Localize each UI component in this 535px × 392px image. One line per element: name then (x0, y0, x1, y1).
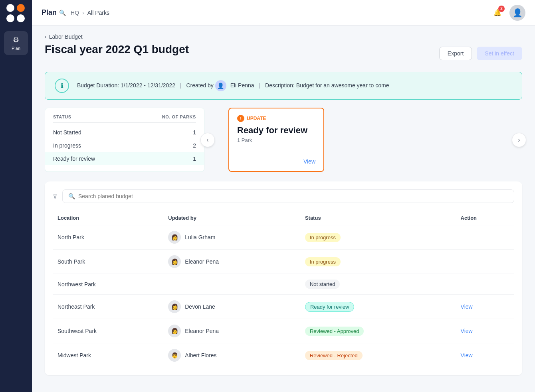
status-cell: In progress (300, 225, 456, 250)
creator-avatar: 👤 (215, 80, 226, 91)
view-link[interactable]: View (461, 303, 473, 310)
status-badge: Reviewed - Rejected (305, 351, 363, 360)
filter-icon[interactable]: ⊽ (53, 193, 57, 200)
notification-bell[interactable]: 🔔 2 (490, 6, 505, 20)
action-cell (456, 225, 514, 250)
created-by-label: Created by (186, 82, 213, 89)
creator-name: Eli Penna (230, 82, 254, 89)
logo-dot-2 (17, 4, 25, 12)
app-logo (6, 4, 26, 23)
sidebar-item-plan[interactable]: ⚙ Plan (4, 31, 28, 55)
page: ‹ Labor Budget Fiscal year 2022 Q1 budge… (32, 26, 535, 392)
description-text: Budget for an awesome year to come (296, 82, 389, 89)
user-avatar: 👩 (168, 255, 181, 268)
breadcrumb-all-parks[interactable]: All Parks (87, 10, 109, 16)
user-name: Albert Flores (185, 352, 216, 359)
user-cell: 👩Eleanor Pena (163, 319, 300, 343)
status-cell: Not started (300, 274, 456, 295)
budget-duration: Budget Duration: 1/1/2022 - 12/31/2022 |… (77, 80, 389, 91)
logo-dot-4 (17, 14, 25, 22)
action-cell[interactable]: View (456, 319, 514, 343)
user-avatar: 👩 (168, 231, 181, 244)
status-card-header: STATUS NO. OF PARKS (53, 114, 196, 123)
search-icon[interactable]: 🔍 (59, 10, 66, 16)
status-cell: Ready for review (300, 295, 456, 319)
update-icon: ! (237, 115, 244, 122)
user-name: Lulia Grham (185, 234, 215, 240)
export-button[interactable]: Export (439, 47, 472, 60)
view-link[interactable]: View (461, 352, 473, 359)
user-cell: 👩Eleanor Pena (163, 250, 300, 274)
action-buttons: Export Set in effect (439, 47, 522, 60)
carousel-prev-button[interactable]: ‹ (200, 133, 215, 147)
page-title-row: Fiscal year 2022 Q1 budget Export Set in… (45, 43, 522, 64)
action-cell (456, 250, 514, 274)
carousel-next-button[interactable]: › (512, 133, 526, 147)
logo-dot-1 (6, 4, 14, 12)
user-cell: 👩Lulia Grham (163, 225, 300, 250)
info-banner: ℹ Budget Duration: 1/1/2022 - 12/31/2022… (45, 72, 522, 100)
search-icon: 🔍 (68, 193, 75, 199)
back-arrow-icon: ‹ (45, 33, 47, 40)
table-row: Southwest Park👩Eleanor PenaReviewed - Ap… (53, 319, 514, 343)
col-action: Action (456, 211, 514, 225)
status-badge: In progress (305, 257, 341, 266)
status-row-not-started: Not Started 1 (53, 126, 196, 139)
status-cell: Reviewed - Rejected (300, 343, 456, 368)
budget-duration-text: Budget Duration: 1/1/2022 - 12/31/2022 (77, 82, 175, 89)
location-cell: Northwest Park (53, 274, 163, 295)
status-row-ready: Ready for review 1 (45, 152, 204, 165)
search-input[interactable] (78, 193, 508, 199)
location-cell: Southwest Park (53, 319, 163, 343)
col-updated-by: Updated by (163, 211, 300, 225)
table-row: Northwest ParkNot started (53, 274, 514, 295)
user-avatar[interactable]: 👤 (509, 5, 525, 21)
status-cell: Reviewed - Approved (300, 319, 456, 343)
search-box: 🔍 (62, 189, 514, 203)
parks-table: Location Updated by Status Action North … (53, 211, 514, 367)
gear-icon: ⚙ (13, 35, 19, 44)
user-cell: 👨Albert Flores (163, 343, 300, 368)
user-avatar: 👩 (168, 300, 181, 313)
location-cell: South Park (53, 250, 163, 274)
user-name: Eleanor Pena (185, 328, 219, 334)
info-icon: ℹ (55, 79, 69, 93)
status-count: 1 (193, 156, 196, 162)
back-link-label: Labor Budget (49, 33, 83, 40)
col-location: Location (53, 211, 163, 225)
location-cell: North Park (53, 225, 163, 250)
col-status: Status (300, 211, 456, 225)
update-label-text: UPDATE (247, 116, 266, 121)
table-section: ⊽ 🔍 Location Updated by Status Action (45, 181, 522, 375)
back-link[interactable]: ‹ Labor Budget (45, 33, 522, 40)
brand-text: Plan (42, 8, 57, 17)
user-name: Devon Lane (185, 303, 215, 310)
update-view-link[interactable]: View (237, 158, 315, 165)
status-count: 1 (193, 129, 196, 136)
status-label: Ready for review (53, 156, 95, 162)
set-in-effect-button[interactable]: Set in effect (477, 47, 522, 60)
table-row: Midwest Park👨Albert FloresReviewed - Rej… (53, 343, 514, 368)
update-label: ! UPDATE (237, 115, 315, 122)
sidebar-item-label: Plan (12, 46, 20, 51)
user-cell: 👩Devon Lane (163, 295, 300, 319)
location-cell: Midwest Park (53, 343, 163, 368)
breadcrumb-separator: › (82, 10, 84, 16)
action-cell[interactable]: View (456, 343, 514, 368)
status-badge: In progress (305, 233, 341, 242)
action-cell[interactable]: View (456, 295, 514, 319)
status-badge: Not started (305, 280, 340, 289)
description-label: Description: (265, 82, 295, 89)
user-avatar: 👨 (168, 349, 181, 362)
status-row-in-progress: In progress 2 (53, 139, 196, 152)
update-card: ! UPDATE Ready for review 1 Park View (228, 108, 324, 172)
table-row: North Park👩Lulia GrhamIn progress (53, 225, 514, 250)
user-name: Eleanor Pena (185, 258, 219, 265)
status-badge: Reviewed - Approved (305, 327, 364, 336)
breadcrumb: HQ › All Parks (71, 10, 109, 16)
page-title: Fiscal year 2022 Q1 budget (45, 43, 189, 56)
view-link[interactable]: View (461, 328, 473, 334)
logo-dot-3 (6, 14, 14, 22)
status-label: Not Started (53, 129, 81, 136)
action-cell (456, 274, 514, 295)
